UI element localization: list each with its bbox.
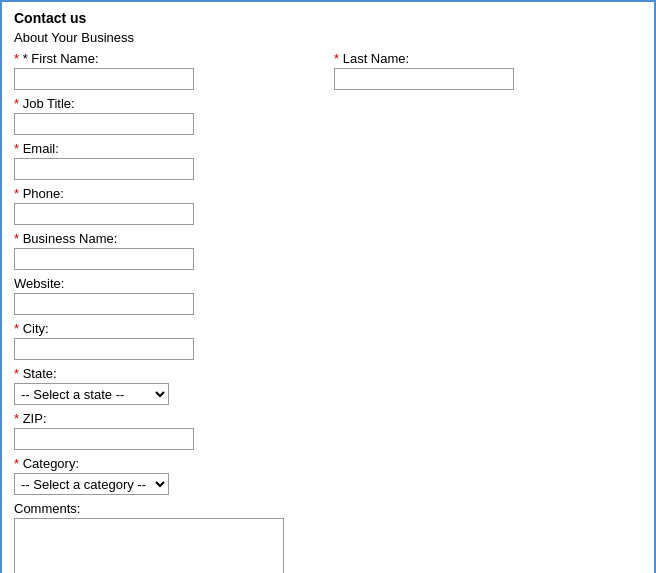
- city-group: * City:: [14, 321, 642, 360]
- email-label: * Email:: [14, 141, 642, 156]
- last-name-input[interactable]: [334, 68, 514, 90]
- category-select[interactable]: -- Select a category -- Technology Healt…: [14, 473, 169, 495]
- website-label: Website:: [14, 276, 642, 291]
- contact-form-container: Contact us About Your Business * * First…: [0, 0, 656, 573]
- category-group: * Category: -- Select a category -- Tech…: [14, 456, 642, 495]
- phone-group: * Phone:: [14, 186, 642, 225]
- comments-textarea[interactable]: [14, 518, 284, 573]
- first-name-group: * * First Name:: [14, 51, 322, 90]
- category-label: * Category:: [14, 456, 642, 471]
- zip-group: * ZIP:: [14, 411, 642, 450]
- business-name-group: * Business Name:: [14, 231, 642, 270]
- business-name-label: * Business Name:: [14, 231, 642, 246]
- last-name-required-star: *: [334, 51, 343, 66]
- job-title-label: * Job Title:: [14, 96, 642, 111]
- first-name-input[interactable]: [14, 68, 194, 90]
- website-group: Website:: [14, 276, 642, 315]
- first-name-required-star: *: [14, 51, 23, 66]
- first-name-label: * * First Name:: [14, 51, 322, 66]
- state-group: * State: -- Select a state -- Alabama Al…: [14, 366, 642, 405]
- last-name-label: * Last Name:: [334, 51, 642, 66]
- website-input[interactable]: [14, 293, 194, 315]
- last-name-group: * Last Name:: [334, 51, 642, 90]
- comments-group: Comments:: [14, 501, 642, 573]
- email-group: * Email:: [14, 141, 642, 180]
- comments-label: Comments:: [14, 501, 642, 516]
- state-label: * State:: [14, 366, 642, 381]
- form-subtitle: About Your Business: [14, 30, 642, 45]
- phone-label: * Phone:: [14, 186, 642, 201]
- state-select[interactable]: -- Select a state -- Alabama Alaska Ariz…: [14, 383, 169, 405]
- job-title-input[interactable]: [14, 113, 194, 135]
- business-name-input[interactable]: [14, 248, 194, 270]
- zip-label: * ZIP:: [14, 411, 642, 426]
- email-input[interactable]: [14, 158, 194, 180]
- name-row: * * First Name: * Last Name:: [14, 51, 642, 90]
- city-input[interactable]: [14, 338, 194, 360]
- form-title: Contact us: [14, 10, 642, 26]
- phone-input[interactable]: [14, 203, 194, 225]
- city-label: * City:: [14, 321, 642, 336]
- job-title-group: * Job Title:: [14, 96, 642, 135]
- zip-input[interactable]: [14, 428, 194, 450]
